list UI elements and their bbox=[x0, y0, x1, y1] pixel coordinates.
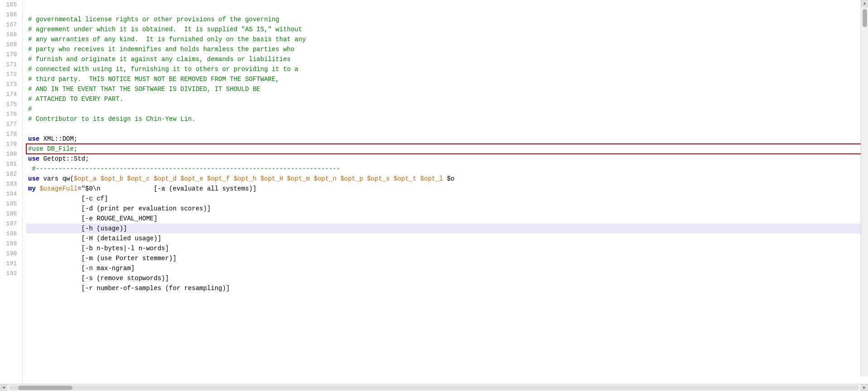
code-token: Getopt::Std; bbox=[39, 154, 89, 164]
code-token: use bbox=[28, 154, 39, 164]
code-token bbox=[390, 174, 393, 184]
code-token: # connected with using it, furnishing it… bbox=[28, 64, 299, 74]
code-token bbox=[123, 174, 127, 184]
code-line: #---------------------------------------… bbox=[26, 164, 868, 174]
code-line: # any warranties of any kind. It is furn… bbox=[26, 34, 868, 44]
code-token: [-H (detailed usage)] bbox=[28, 234, 161, 243]
code-token: $opt_p bbox=[340, 174, 363, 184]
code-line: use XML::DOM; bbox=[26, 134, 868, 144]
line-number: 177 bbox=[4, 119, 19, 129]
code-line: # connected with using it, furnishing it… bbox=[26, 64, 868, 74]
code-token: [-e ROUGE_EVAL_HOME] bbox=[28, 214, 158, 224]
line-number: 184 bbox=[4, 189, 19, 199]
code-token: # agreement under which it is obtained. … bbox=[28, 24, 302, 34]
code-token: # AND IN THE EVENT THAT THE SOFTWARE IS … bbox=[28, 84, 260, 94]
line-number: 165 bbox=[4, 0, 19, 10]
code-token: $opt_h bbox=[234, 174, 256, 184]
scroll-right-arrow[interactable]: ► bbox=[861, 384, 868, 391]
code-line: # agreement under which it is obtained. … bbox=[26, 24, 868, 34]
code-line: [-e ROUGE_EVAL_HOME] bbox=[26, 214, 868, 224]
line-number: 187 bbox=[4, 219, 19, 229]
code-content[interactable]: # governmental license rights or other p… bbox=[23, 0, 868, 384]
code-token: $usageFull bbox=[39, 184, 77, 194]
code-line: # bbox=[26, 104, 868, 114]
code-token: $opt_e bbox=[180, 174, 203, 184]
line-number: 166 bbox=[4, 10, 19, 20]
code-token bbox=[256, 174, 260, 184]
line-number: 167 bbox=[4, 20, 19, 30]
code-token: # ATTACHED TO EVERY PART. bbox=[28, 94, 123, 104]
code-token: $opt_c bbox=[127, 174, 150, 184]
code-token: # bbox=[28, 104, 32, 114]
code-token bbox=[283, 174, 287, 184]
horizontal-scrollbar[interactable]: ◄ ► bbox=[0, 384, 868, 391]
code-token: #use DB_File; bbox=[28, 144, 77, 154]
line-number: 171 bbox=[4, 60, 19, 70]
line-numbers: 1651661671681691701711721731741751761771… bbox=[0, 0, 23, 384]
code-token bbox=[230, 174, 233, 184]
line-number: 180 bbox=[4, 149, 19, 159]
scrollbar-track[interactable] bbox=[9, 386, 859, 390]
scrollbar-thumb[interactable] bbox=[18, 386, 72, 390]
code-token: my bbox=[28, 184, 36, 194]
scroll-left-arrow[interactable]: ◄ bbox=[0, 384, 7, 391]
code-line: [-b n-bytes|-l n-words] bbox=[26, 243, 868, 253]
code-line: [-c cf] bbox=[26, 194, 868, 204]
code-token: $opt_s bbox=[367, 174, 390, 184]
code-token: [-s (remove stopwords)] bbox=[28, 273, 169, 283]
code-line: [-d (print per evaluation scores)] bbox=[26, 204, 868, 214]
code-token: $opt_t bbox=[394, 174, 416, 184]
line-number: 191 bbox=[4, 259, 19, 269]
line-number: 189 bbox=[4, 239, 19, 249]
scroll-thumb-vertical[interactable] bbox=[863, 9, 867, 27]
code-token bbox=[177, 174, 180, 184]
code-line: # furnish and originate it against any c… bbox=[26, 54, 868, 64]
line-number: 190 bbox=[4, 249, 19, 259]
code-token: use bbox=[28, 134, 39, 144]
code-line: # AND IN THE EVENT THAT THE SOFTWARE IS … bbox=[26, 84, 868, 94]
scroll-up-arrow[interactable]: ▲ bbox=[861, 0, 868, 7]
line-number: 185 bbox=[4, 199, 19, 209]
code-line: # party who receives it indemnifies and … bbox=[26, 44, 868, 54]
code-token: # Contributor to its design is Chin-Yew … bbox=[28, 114, 196, 124]
line-number: 173 bbox=[4, 80, 19, 90]
code-token: $o bbox=[443, 174, 454, 184]
code-line: # third party. THIS NOTICE MUST NOT BE R… bbox=[26, 74, 868, 84]
code-token: $opt_a bbox=[74, 174, 96, 184]
code-token bbox=[96, 174, 100, 184]
code-token: # third party. THIS NOTICE MUST NOT BE R… bbox=[28, 74, 280, 84]
line-number: 169 bbox=[4, 40, 19, 50]
code-token: [-d (print per evaluation scores)] bbox=[28, 204, 211, 214]
code-line: # governmental license rights or other p… bbox=[26, 14, 868, 24]
code-token: [-m (use Porter stemmer)] bbox=[28, 253, 177, 263]
code-token: [-r number-of-samples (for resampling)] bbox=[28, 283, 230, 293]
code-token bbox=[337, 174, 340, 184]
line-number: 183 bbox=[4, 179, 19, 189]
code-line: # Contributor to its design is Chin-Yew … bbox=[26, 114, 868, 124]
line-number: 178 bbox=[4, 129, 19, 139]
line-number: 170 bbox=[4, 50, 19, 60]
line-number: 188 bbox=[4, 229, 19, 239]
code-line bbox=[26, 124, 868, 134]
code-token: $opt_H bbox=[260, 174, 283, 184]
right-scrollbar[interactable]: ▲ bbox=[861, 0, 868, 377]
code-token: ="$0\n [-a (evaluate all systems)] bbox=[77, 184, 256, 194]
code-token bbox=[416, 174, 420, 184]
code-token bbox=[310, 174, 313, 184]
code-token: # governmental license rights or other p… bbox=[28, 14, 280, 24]
line-number: 181 bbox=[4, 159, 19, 169]
code-token: [-b n-bytes|-l n-words] bbox=[28, 243, 169, 253]
code-line: [-h (usage)] bbox=[26, 224, 868, 234]
code-token: [-h (usage)] bbox=[28, 224, 127, 234]
code-line: [-m (use Porter stemmer)] bbox=[26, 253, 868, 263]
code-line: [-r number-of-samples (for resampling)] bbox=[26, 283, 868, 293]
code-token: [-n max-ngram] bbox=[28, 263, 135, 273]
code-token: $opt_b bbox=[101, 174, 123, 184]
code-line: # ATTACHED TO EVERY PART. bbox=[26, 94, 868, 104]
code-token bbox=[150, 174, 154, 184]
code-token: $opt_n bbox=[313, 174, 336, 184]
code-token: vars qw( bbox=[39, 174, 74, 184]
line-number: 168 bbox=[4, 30, 19, 40]
line-number: 179 bbox=[4, 139, 19, 149]
line-number: 186 bbox=[4, 209, 19, 219]
